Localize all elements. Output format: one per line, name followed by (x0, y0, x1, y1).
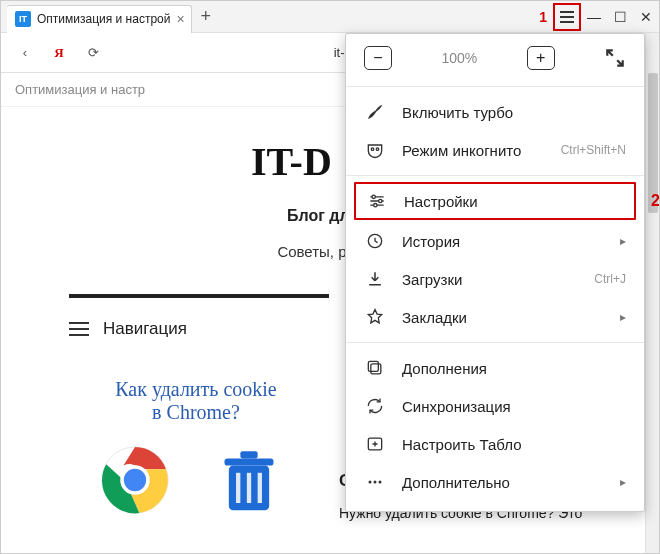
titlebar: IT Оптимизация и настрой × + 1 — ☐ ✕ (1, 1, 659, 33)
more-icon (364, 471, 386, 493)
article-link-line2: в Chrome? (101, 401, 291, 424)
svg-point-11 (372, 195, 375, 198)
rocket-icon (364, 101, 386, 123)
menu-item-sync[interactable]: Синхронизация (346, 387, 644, 425)
svg-point-13 (374, 204, 377, 207)
menu-label: Закладки (402, 309, 600, 326)
close-window-button[interactable]: ✕ (633, 3, 659, 31)
menu-label: Дополнения (402, 360, 626, 377)
tab-title: Оптимизация и настрой (37, 12, 170, 26)
menu-label: Загрузки (402, 271, 578, 288)
back-button[interactable]: ‹ (11, 39, 39, 67)
fullscreen-icon[interactable] (604, 47, 626, 69)
svg-rect-6 (258, 473, 262, 503)
sync-icon (364, 395, 386, 417)
zoom-in-button[interactable]: + (527, 46, 555, 70)
star-icon (364, 306, 386, 328)
zoom-row: − 100% + (346, 34, 644, 80)
mask-icon (364, 139, 386, 161)
menu-item-more[interactable]: Дополнительно ▸ (346, 463, 644, 501)
yandex-logo-button[interactable]: Я (45, 39, 73, 67)
menu-shortcut: Ctrl+J (594, 272, 626, 286)
svg-rect-16 (368, 361, 378, 371)
article-link-line1: Как удалить cookie (101, 378, 291, 401)
menu-item-extensions[interactable]: Дополнения (346, 349, 644, 387)
svg-point-9 (371, 148, 374, 151)
menu-label: Режим инкогнито (402, 142, 545, 159)
svg-rect-8 (240, 451, 257, 458)
sliders-icon (366, 190, 388, 212)
svg-point-18 (369, 481, 372, 484)
page-title-text: Оптимизация и настр (15, 82, 145, 97)
nav-label: Навигация (103, 319, 187, 339)
annotation-marker-2: 2 (651, 192, 660, 210)
svg-point-19 (374, 481, 377, 484)
svg-rect-4 (236, 473, 240, 503)
zoom-value: 100% (441, 50, 477, 66)
window-controls: — ☐ ✕ (581, 3, 659, 31)
download-icon (364, 268, 386, 290)
menu-item-incognito[interactable]: Режим инкогнито Ctrl+Shift+N (346, 131, 644, 169)
divider (69, 294, 329, 298)
zoom-out-button[interactable]: − (364, 46, 392, 70)
menu-label: Синхронизация (402, 398, 626, 415)
annotation-highlight-1 (553, 3, 581, 31)
add-tile-icon (364, 433, 386, 455)
submenu-arrow-icon: ▸ (620, 310, 626, 324)
menu-button[interactable] (555, 5, 579, 29)
scrollbar[interactable] (645, 33, 659, 553)
menu-item-tableau[interactable]: Настроить Табло (346, 425, 644, 463)
new-tab-button[interactable]: + (192, 6, 220, 27)
menu-label: Включить турбо (402, 104, 626, 121)
annotation-marker-1: 1 (539, 9, 547, 25)
menu-label: Дополнительно (402, 474, 600, 491)
submenu-arrow-icon: ▸ (620, 234, 626, 248)
article-link[interactable]: Как удалить cookie в Chrome? (101, 378, 291, 424)
copy-icon (364, 357, 386, 379)
menu-item-bookmarks[interactable]: Закладки ▸ (346, 298, 644, 336)
browser-tab[interactable]: IT Оптимизация и настрой × (7, 5, 192, 33)
svg-point-10 (376, 148, 379, 151)
submenu-arrow-icon: ▸ (620, 475, 626, 489)
clock-icon (364, 230, 386, 252)
svg-rect-5 (247, 473, 251, 503)
menu-label: Настроить Табло (402, 436, 626, 453)
svg-point-12 (379, 199, 382, 202)
menu-item-turbo[interactable]: Включить турбо (346, 93, 644, 131)
browser-menu: − 100% + Включить турбо Режим инкогнито … (345, 33, 645, 512)
maximize-button[interactable]: ☐ (607, 3, 633, 31)
favicon: IT (15, 11, 31, 27)
menu-shortcut: Ctrl+Shift+N (561, 143, 626, 157)
chrome-icon (99, 444, 171, 516)
minimize-button[interactable]: — (581, 3, 607, 31)
nav-hamburger-icon (69, 318, 89, 340)
svg-rect-7 (225, 458, 274, 465)
menu-item-history[interactable]: История ▸ (346, 222, 644, 260)
reload-button[interactable]: ⟳ (79, 39, 107, 67)
menu-item-downloads[interactable]: Загрузки Ctrl+J (346, 260, 644, 298)
tab-close-icon[interactable]: × (176, 11, 184, 27)
menu-label: Настройки (404, 193, 624, 210)
menu-item-settings[interactable]: Настройки 2 (354, 182, 636, 220)
trash-icon (213, 444, 285, 516)
svg-rect-15 (371, 364, 381, 374)
svg-point-20 (379, 481, 382, 484)
menu-label: История (402, 233, 600, 250)
